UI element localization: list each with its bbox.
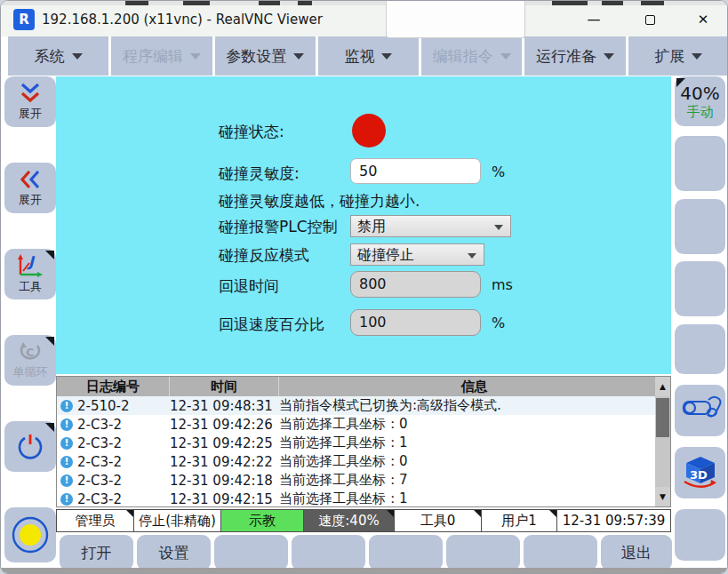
backoff-speed-input[interactable]: 100 <box>350 309 481 336</box>
power-button[interactable] <box>4 421 56 472</box>
backoff-time-input[interactable]: 800 <box>350 271 481 298</box>
log-time: 12-31 09:42:18 <box>170 473 279 489</box>
speed-mode-button[interactable]: 40% 手动 <box>675 76 725 126</box>
scroll-up-icon[interactable]: ▲ <box>655 377 670 396</box>
log-message: 当前选择工具坐标：0 <box>279 416 670 433</box>
log-time: 12-31 09:42:25 <box>170 435 279 451</box>
collision-settings-panel: 碰撞状态: 碰撞灵敏度: 50 % 碰撞灵敏度越低，碰撞力越小. 碰撞报警PLC… <box>56 76 671 374</box>
chevron-down-icon <box>500 53 511 60</box>
settings-button[interactable]: 设置 <box>137 535 211 570</box>
tool-coordinate-button[interactable]: J 工具 <box>4 249 56 299</box>
table-row[interactable]: !2-510-2 12-31 09:48:31 当前指令模式已切换为:高级指令模… <box>57 396 670 415</box>
backoff-speed-label: 回退速度百分比 <box>219 315 324 335</box>
gamepad-icon <box>678 393 723 428</box>
chevron-down-icon <box>692 53 702 60</box>
status-speed[interactable]: 速度:40% <box>304 509 395 532</box>
expand-left-button[interactable]: 展开 <box>4 163 56 213</box>
tab-monitor[interactable]: 监视 <box>318 36 419 76</box>
speed-percent: 40% <box>680 83 719 104</box>
log-id: 2-C3-2 <box>77 454 122 470</box>
tab-extension[interactable]: 扩展 <box>628 36 728 76</box>
tab-label: 监视 <box>344 46 374 67</box>
table-row[interactable]: !2-C3-2 12-31 09:42:18 当前选择工具坐标：7 <box>57 471 670 490</box>
power-icon <box>16 433 44 461</box>
log-time: 12-31 09:48:31 <box>170 398 279 414</box>
status-run-state: 停止(非精确) <box>134 509 221 532</box>
function-button-empty[interactable] <box>524 535 597 570</box>
status-user-role[interactable]: 管理员 <box>56 509 134 532</box>
exit-button[interactable]: 退出 <box>601 535 672 570</box>
side-button-empty[interactable] <box>675 324 725 374</box>
scroll-down-icon[interactable]: ▼ <box>655 487 670 506</box>
scrollbar-thumb[interactable] <box>656 398 669 437</box>
maximize-button[interactable] <box>630 5 669 35</box>
function-button-empty[interactable] <box>446 535 520 570</box>
collision-status-label: 碰撞状态: <box>219 122 284 142</box>
tab-label: 运行准备 <box>536 46 596 67</box>
side-button-empty[interactable] <box>675 199 725 254</box>
side-button-empty[interactable] <box>675 509 725 561</box>
tool-coordinate-label: 工具 <box>19 279 42 295</box>
menu-bar: 系统 程序编辑 参数设置 监视 编辑指令 运行准备 扩展 <box>1 36 728 76</box>
info-icon: ! <box>60 456 73 468</box>
reaction-mode-dropdown[interactable]: 碰撞停止 <box>350 243 484 266</box>
backoff-time-label: 回退时间 <box>219 276 279 297</box>
log-table-header: 日志编号 时间 信息 <box>57 377 670 396</box>
open-button[interactable]: 打开 <box>60 535 133 570</box>
single-cycle-button: C 单循环 <box>4 335 56 386</box>
chevron-down-icon <box>72 53 83 60</box>
maximize-icon <box>645 15 655 25</box>
backoff-time-unit: ms <box>492 276 513 293</box>
side-button-empty[interactable] <box>675 136 725 191</box>
header-time: 时间 <box>170 377 279 396</box>
table-row[interactable]: !2-C3-2 12-31 09:42:25 当前选择工具坐标：1 <box>57 434 670 452</box>
expand-left-icon <box>18 168 43 191</box>
tab-label: 程序编辑 <box>123 46 183 67</box>
function-button-empty[interactable] <box>369 535 443 570</box>
vnc-hover-toolbar[interactable] <box>386 1 525 38</box>
header-log-id: 日志编号 <box>57 377 170 396</box>
function-button-empty[interactable] <box>214 535 288 570</box>
log-table: 日志编号 时间 信息 !2-510-2 12-31 09:48:31 当前指令模… <box>56 376 671 507</box>
minimize-button[interactable]: — <box>574 5 613 35</box>
log-message: 当前选择工具坐标：1 <box>279 490 670 507</box>
log-message: 当前选择工具坐标：1 <box>279 434 670 451</box>
table-row[interactable]: !2-C3-2 12-31 09:42:26 当前选择工具坐标：0 <box>57 415 670 434</box>
collision-status-indicator <box>352 114 386 147</box>
chevron-down-icon <box>494 225 503 230</box>
info-icon: ! <box>60 419 73 431</box>
expand-down-button[interactable]: 展开 <box>4 76 56 127</box>
servo-enable-button[interactable] <box>4 507 56 562</box>
table-row[interactable]: !2-C3-2 12-31 09:42:15 当前选择工具坐标：1 <box>57 490 670 507</box>
collision-sensitivity-input[interactable]: 50 <box>350 158 481 184</box>
expand-down-icon <box>18 82 43 105</box>
plc-control-dropdown[interactable]: 禁用 <box>350 215 511 237</box>
chevron-down-icon <box>468 253 476 259</box>
sensitivity-unit: % <box>492 163 505 180</box>
jog-pendant-button[interactable] <box>675 385 725 436</box>
status-user-frame[interactable]: 用户1 <box>482 509 557 532</box>
reaction-mode-label: 碰撞反应模式 <box>219 245 309 266</box>
info-icon: ! <box>60 474 73 487</box>
tab-edit-command: 编辑指令 <box>421 36 522 76</box>
status-bar: 管理员 停止(非精确) 示教 速度:40% 工具0 用户1 12-31 09:5… <box>56 509 671 532</box>
side-button-empty[interactable] <box>675 261 725 316</box>
tab-parameter-settings[interactable]: 参数设置 <box>215 36 316 76</box>
tool-axes-icon: J <box>15 253 45 278</box>
status-clock: 12-31 09:57:39 <box>557 509 671 532</box>
single-cycle-icon: C <box>17 340 44 363</box>
3d-view-button[interactable]: 3D <box>675 447 725 498</box>
log-message: 当前选择工具坐标：0 <box>279 453 670 470</box>
table-row[interactable]: !2-C3-2 12-31 09:42:22 当前选择工具坐标：0 <box>57 452 670 471</box>
status-tool[interactable]: 工具0 <box>395 509 482 532</box>
function-button-empty[interactable] <box>292 535 365 570</box>
tab-run-prepare[interactable]: 运行准备 <box>524 36 625 76</box>
close-button[interactable]: ✕ <box>684 5 723 35</box>
tab-system[interactable]: 系统 <box>8 36 108 76</box>
chevron-down-icon <box>293 53 304 60</box>
log-time: 12-31 09:42:15 <box>170 491 279 507</box>
svg-text:C: C <box>26 346 35 359</box>
info-icon: ! <box>60 437 73 450</box>
log-scrollbar[interactable]: ▲ ▼ <box>655 377 670 506</box>
single-cycle-label: 单循环 <box>13 364 48 380</box>
